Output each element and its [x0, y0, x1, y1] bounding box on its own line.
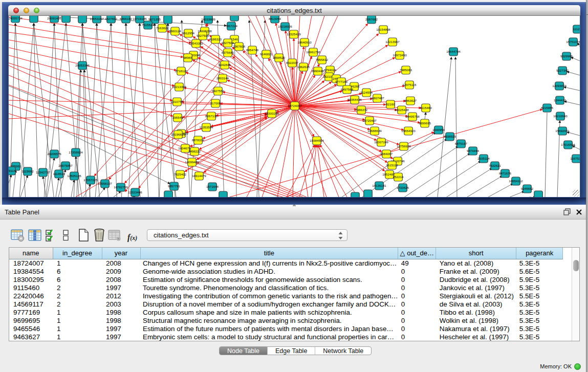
svg-text:6497568: 6497568 — [341, 87, 354, 91]
svg-text:19384554: 19384554 — [310, 139, 324, 142]
svg-text:1527602: 1527602 — [105, 17, 118, 20]
svg-text:17359924: 17359924 — [69, 150, 83, 154]
svg-text:9463627: 9463627 — [404, 99, 417, 102]
svg-text:9227342: 9227342 — [556, 69, 569, 72]
svg-text:3498222: 3498222 — [188, 149, 201, 153]
svg-text:8660124: 8660124 — [169, 29, 182, 33]
svg-text:8471676: 8471676 — [499, 171, 512, 175]
svg-text:2803144: 2803144 — [216, 76, 229, 80]
svg-text:8813054: 8813054 — [269, 17, 281, 20]
svg-text:7632621: 7632621 — [489, 164, 502, 167]
svg-text:20975857: 20975857 — [58, 164, 73, 167]
svg-text:20053346: 20053346 — [75, 63, 90, 67]
svg-text:12213369: 12213369 — [172, 85, 186, 89]
svg-text:1733426: 1733426 — [397, 186, 409, 189]
svg-text:18307249: 18307249 — [374, 140, 388, 144]
svg-text:20091406: 20091406 — [47, 16, 61, 20]
svg-text:9245652: 9245652 — [521, 187, 534, 190]
svg-text:16210643: 16210643 — [553, 114, 568, 118]
svg-text:16914479: 16914479 — [192, 174, 206, 178]
svg-text:12093873: 12093873 — [552, 84, 567, 87]
svg-text:12342737: 12342737 — [36, 170, 50, 174]
svg-text:10653267: 10653267 — [90, 17, 104, 20]
svg-text:2718120: 2718120 — [175, 69, 188, 73]
svg-text:9242845: 9242845 — [219, 63, 231, 67]
svg-text:9329966: 9329966 — [560, 54, 573, 58]
svg-text:9146821: 9146821 — [260, 52, 273, 56]
svg-text:14136141: 14136141 — [372, 184, 386, 187]
svg-text:12213967: 12213967 — [385, 40, 400, 43]
svg-text:11121: 11121 — [573, 27, 580, 31]
svg-text:317006: 317006 — [210, 101, 221, 105]
svg-text:8267130: 8267130 — [205, 114, 218, 118]
svg-text:12505135: 12505135 — [67, 174, 81, 178]
svg-text:1114519: 1114519 — [53, 172, 65, 176]
svg-text:18300295: 18300295 — [265, 112, 279, 115]
svg-text:16033809: 16033809 — [201, 17, 215, 21]
svg-text:11353594: 11353594 — [199, 125, 213, 129]
svg-text:16961758: 16961758 — [306, 50, 320, 54]
svg-text:20206576: 20206576 — [47, 152, 61, 156]
svg-text:1244413: 1244413 — [554, 98, 567, 102]
svg-text:9327503: 9327503 — [197, 34, 209, 37]
svg-text:1010755: 1010755 — [171, 100, 184, 103]
svg-text:8990448: 8990448 — [312, 69, 324, 73]
svg-text:16782759: 16782759 — [114, 185, 128, 189]
svg-text:1615112: 1615112 — [386, 163, 398, 167]
svg-text:18495758: 18495758 — [405, 115, 420, 118]
svg-text:10807487: 10807487 — [370, 96, 384, 100]
svg-text:1640954: 1640954 — [432, 128, 445, 132]
svg-text:14099489: 14099489 — [185, 160, 199, 164]
svg-text:3124554: 3124554 — [360, 91, 373, 94]
svg-text:10973493: 10973493 — [393, 53, 407, 57]
svg-text:9912954: 9912954 — [182, 31, 195, 35]
svg-text:7515524: 7515524 — [142, 23, 155, 27]
svg-text:7163822: 7163822 — [156, 26, 169, 30]
svg-text:9671355: 9671355 — [148, 17, 161, 21]
svg-text:16644784: 16644784 — [446, 50, 461, 53]
svg-text:6466160: 6466160 — [120, 17, 133, 20]
svg-text:8878334: 8878334 — [192, 138, 205, 142]
svg-text:9777169: 9777169 — [335, 80, 348, 83]
svg-text:10543382: 10543382 — [189, 41, 203, 45]
svg-text:2087682: 2087682 — [365, 17, 378, 21]
svg-text:8322037: 8322037 — [286, 61, 299, 64]
svg-text:17957225: 17957225 — [83, 178, 98, 182]
svg-text:1167533: 1167533 — [570, 157, 580, 160]
svg-text:2367608: 2367608 — [233, 45, 246, 48]
svg-text:98965: 98965 — [183, 56, 192, 59]
svg-text:2935114: 2935114 — [477, 157, 490, 160]
svg-text:6794024: 6794024 — [324, 68, 337, 72]
svg-text:8938929: 8938929 — [444, 135, 456, 138]
svg-text:8375685: 8375685 — [222, 51, 234, 54]
svg-text:9115460: 9115460 — [420, 106, 432, 110]
svg-text:1362615: 1362615 — [297, 65, 310, 69]
svg-text:8186323: 8186323 — [209, 37, 222, 41]
svg-text:7386372: 7386372 — [355, 108, 368, 112]
svg-text:10756928: 10756928 — [397, 144, 411, 148]
svg-text:7955812: 7955812 — [316, 58, 329, 61]
svg-text:9084067: 9084067 — [380, 152, 393, 156]
svg-text:9699695: 9699695 — [419, 121, 431, 125]
svg-text:19654923: 19654923 — [401, 129, 416, 133]
svg-text:9327504: 9327504 — [222, 41, 234, 45]
svg-text:12975115: 12975115 — [402, 83, 417, 86]
svg-text:15692971: 15692971 — [555, 129, 570, 133]
svg-text:7485063: 7485063 — [400, 68, 412, 72]
svg-text:62160: 62160 — [386, 102, 395, 106]
svg-text:10154808: 10154808 — [376, 28, 390, 31]
svg-text:196549: 196549 — [172, 116, 183, 119]
svg-text:8427552: 8427552 — [212, 89, 225, 93]
svg-text:20364436: 20364436 — [347, 98, 362, 101]
svg-text:19196829: 19196829 — [171, 133, 185, 136]
svg-text:7625402: 7625402 — [174, 172, 187, 176]
svg-text:10025438: 10025438 — [395, 108, 409, 112]
svg-text:1558520: 1558520 — [273, 56, 286, 59]
svg-text:10654112: 10654112 — [509, 179, 523, 183]
svg-text:9857791: 9857791 — [168, 184, 181, 188]
svg-text:9474444: 9474444 — [467, 149, 480, 152]
svg-text:10688639: 10688639 — [367, 129, 382, 133]
svg-text:10719185: 10719185 — [133, 17, 147, 20]
svg-text:24055724: 24055724 — [9, 16, 23, 20]
svg-text:12323446: 12323446 — [128, 190, 142, 194]
